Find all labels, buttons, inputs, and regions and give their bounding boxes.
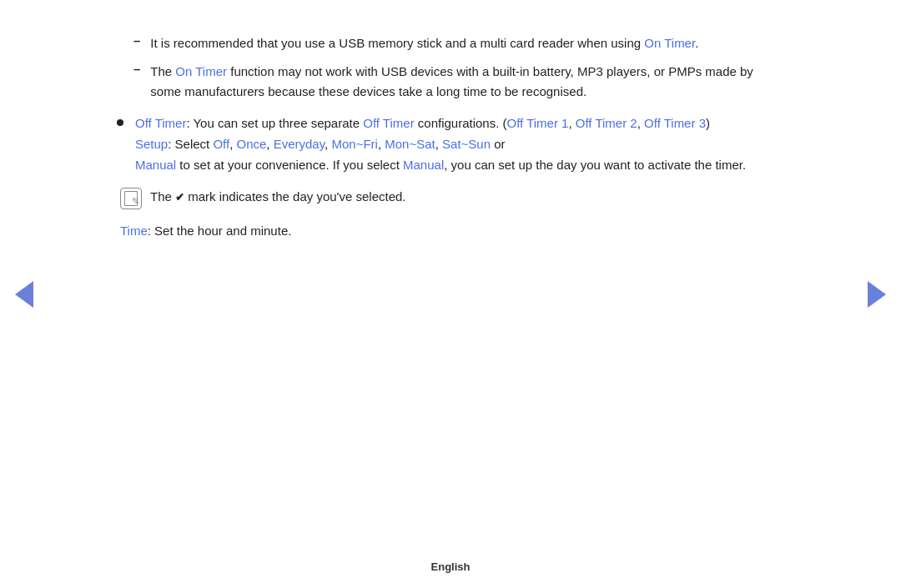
dash-item-2: – The On Timer function may not work wit… bbox=[117, 62, 784, 102]
checkmark-icon: ✔ bbox=[175, 191, 184, 204]
nav-right-arrow[interactable] bbox=[868, 281, 886, 308]
manual-label-2: Manual bbox=[403, 158, 444, 172]
dash-item-1: – It is recommended that you use a USB m… bbox=[117, 33, 784, 53]
mon-fri-option: Mon~Fri bbox=[331, 137, 377, 151]
bullet-item-off-timer: Off Timer: You can set up three separate… bbox=[117, 113, 784, 175]
off-timer-3: Off Timer 3 bbox=[644, 116, 706, 130]
note-box: The ✔ mark indicates the day you've sele… bbox=[117, 187, 784, 209]
nav-left-arrow[interactable] bbox=[15, 281, 33, 308]
manual-label-1: Manual bbox=[135, 158, 176, 172]
off-timer-label-2: Off Timer bbox=[363, 116, 414, 130]
dash-text-2: The On Timer function may not work with … bbox=[150, 62, 784, 102]
off-timer-1: Off Timer 1 bbox=[507, 116, 569, 130]
sat-sun-option: Sat~Sun bbox=[442, 137, 491, 151]
note-icon bbox=[120, 188, 142, 209]
off-timer-label-1: Off Timer bbox=[135, 116, 186, 130]
bullet-text-off-timer: Off Timer: You can set up three separate… bbox=[135, 113, 784, 175]
once-option: Once bbox=[236, 137, 266, 151]
mon-sat-option: Mon~Sat bbox=[385, 137, 435, 151]
footer-language: English bbox=[431, 560, 471, 573]
bullet-dot bbox=[117, 119, 123, 126]
note-text: The ✔ mark indicates the day you've sele… bbox=[150, 187, 406, 208]
setup-label: Setup bbox=[135, 137, 168, 151]
off-timer-2: Off Timer 2 bbox=[576, 116, 637, 130]
main-content: – It is recommended that you use a USB m… bbox=[83, 17, 818, 259]
everyday-option: Everyday bbox=[274, 137, 325, 151]
time-text: : Set the hour and minute. bbox=[148, 224, 292, 238]
on-timer-link-1: On Timer bbox=[644, 36, 695, 50]
on-timer-link-2: On Timer bbox=[175, 64, 227, 78]
dash-text-1: It is recommended that you use a USB mem… bbox=[150, 33, 698, 53]
off-timer-configs: configurations. ( bbox=[415, 116, 507, 130]
time-line: Time: Set the hour and minute. bbox=[117, 221, 784, 242]
off-option: Off bbox=[213, 137, 229, 151]
dash-symbol-1: – bbox=[133, 33, 140, 48]
time-label: Time bbox=[120, 224, 148, 238]
off-timer-colon: : You can set up three separate bbox=[186, 116, 363, 130]
dash-symbol-2: – bbox=[133, 62, 140, 76]
